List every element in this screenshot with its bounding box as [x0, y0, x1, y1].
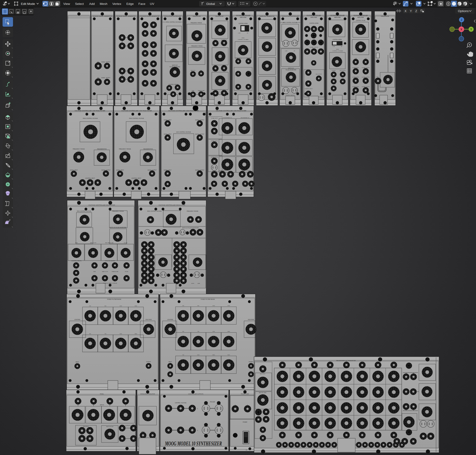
- svg-text:WIDTH OF PULSE WAVEFORM: WIDTH OF PULSE WAVEFORM: [182, 228, 199, 228]
- svg-text:LOW: LOW: [285, 50, 287, 51]
- svg-text:SIGNAL INPUT: SIGNAL INPUT: [211, 118, 218, 119]
- svg-text:700: 700: [104, 333, 106, 334]
- svg-text:NOISE: NOISE: [101, 77, 105, 78]
- svg-text:CONTROL VOLTAGE: CONTROL VOLTAGE: [238, 39, 249, 40]
- svg-text:CONTROL INPUT: CONTROL INPUT: [85, 178, 95, 179]
- svg-text:REGENERATION: REGENERATION: [143, 148, 153, 150]
- svg-text:RING: RING: [336, 49, 339, 50]
- svg-text:SINE: SINE: [93, 271, 96, 272]
- svg-text:UP: UP: [294, 50, 295, 51]
- svg-text:LOW: LOW: [333, 46, 335, 47]
- svg-text:REGENERATION: REGENERATION: [241, 117, 249, 118]
- svg-text:CONTROLLER OUTPUTS: CONTROLLER OUTPUTS: [188, 393, 203, 395]
- svg-text:INPUT: INPUT: [76, 361, 79, 363]
- svg-text:SINE: SINE: [198, 283, 200, 284]
- svg-text:Z: Z: [415, 9, 417, 13]
- svg-text:KEYB: KEYB: [191, 283, 194, 284]
- svg-text:UP: UP: [341, 46, 342, 47]
- svg-text:WIDTH OF PULSE WAVEFORM: WIDTH OF PULSE WAVEFORM: [110, 227, 126, 228]
- svg-text:Y: Y: [470, 28, 472, 31]
- svg-text:REGENERATION: REGENERATION: [97, 148, 107, 150]
- svg-text:RANDOM SIGNAL GENERATOR: RANDOM SIGNAL GENERATOR: [117, 16, 136, 17]
- svg-text:CONTROL MODE: CONTROL MODE: [309, 23, 318, 24]
- svg-text:SINE: SINE: [192, 90, 194, 91]
- svg-text:SIGNAL INPUT: SIGNAL INPUT: [352, 67, 359, 68]
- svg-text:SIGNAL INPUT: SIGNAL INPUT: [211, 157, 218, 158]
- svg-text:OSCILLATOR: OSCILLATOR: [216, 16, 223, 17]
- svg-text:PANEL: PANEL: [100, 393, 104, 395]
- svg-text:SYNC SIG OUTPUT: SYNC SIG OUTPUT: [105, 260, 115, 261]
- svg-text:SIGNAL INPUTS: SIGNAL INPUTS: [310, 47, 318, 48]
- svg-text:2: 2: [197, 430, 198, 431]
- svg-text:350: 350: [89, 333, 91, 334]
- svg-text:FREQUENCY RANGE: FREQUENCY RANGE: [191, 22, 202, 24]
- svg-text:2000: 2000: [227, 305, 230, 306]
- svg-text:TRIANGULAR: TRIANGULAR: [112, 271, 118, 272]
- svg-text:CONTROL MODE: CONTROL MODE: [239, 23, 248, 24]
- svg-text:1: 1: [197, 408, 198, 409]
- svg-text:OUT: OUT: [365, 58, 367, 59]
- svg-text:500: 500: [197, 305, 199, 306]
- svg-text:RING CONTROL VOLTAGE: RING CONTROL VOLTAGE: [83, 118, 98, 119]
- svg-text:CONTROL MODE: CONTROL MODE: [333, 39, 342, 40]
- svg-text:OUTPUT: OUTPUT: [146, 361, 151, 362]
- svg-text:RANDOM SIGNAL GENERATOR: RANDOM SIGNAL GENERATOR: [93, 16, 112, 17]
- svg-text:VOLTAGE CONTROLLED OSCILLATO: VOLTAGE CONTROLLED OSCILLATOR: [158, 204, 185, 206]
- svg-text:REGENERATION: REGENERATION: [223, 117, 232, 118]
- svg-text:Mesh: Mesh: [100, 2, 107, 6]
- svg-text:MULTIPLE: MULTIPLE: [260, 373, 265, 374]
- svg-text:FREQUENCY RANGE: FREQUENCY RANGE: [187, 211, 198, 212]
- svg-text:VOLTAGE CONTROLLED: VOLTAGE CONTROLLED: [353, 15, 368, 16]
- svg-text:RING CONTROL VOLTAGE: RING CONTROL VOLTAGE: [77, 211, 91, 212]
- svg-text:HIGH PASS: HIGH PASS: [146, 319, 152, 320]
- svg-text:Z: Z: [461, 18, 462, 22]
- svg-text:250: 250: [182, 305, 184, 306]
- svg-text:OUTPUTS: OUTPUTS: [125, 425, 131, 426]
- svg-text:ENVELOPE ATTENUATOR: ENVELOPE ATTENUATOR: [141, 393, 155, 395]
- svg-text:2800: 2800: [227, 331, 230, 332]
- svg-text:CONTROL PULSE: CONTROL PULSE: [356, 20, 365, 21]
- svg-text:POWER: POWER: [243, 422, 247, 423]
- svg-text:WHITE NOISE: WHITE NOISE: [106, 426, 113, 427]
- svg-text:1400: 1400: [212, 331, 215, 332]
- svg-text:1000: 1000: [120, 305, 122, 307]
- svg-text:MOOG MODEL 10 SYNTHESIZER: MOOG MODEL 10 SYNTHESIZER: [165, 440, 222, 447]
- svg-text:AMPLIFIER: AMPLIFIER: [240, 17, 246, 18]
- svg-text:1000: 1000: [212, 305, 215, 306]
- svg-text:ON: ON: [246, 449, 247, 451]
- svg-text:2800: 2800: [135, 333, 137, 334]
- svg-text:MASTER GAIN: MASTER GAIN: [259, 392, 266, 393]
- svg-text:VOLTAGE CONTROLLED LOW PASS: VOLTAGE CONTROLLED LOW PASS FILTER: [121, 110, 152, 111]
- svg-text:VOLTAGE CONTROLLED: VOLTAGE CONTROLLED: [236, 15, 250, 16]
- svg-text:Y: Y: [410, 9, 412, 13]
- svg-text:MULTIPLE: MULTIPLE: [83, 426, 89, 427]
- svg-text:SIGNAL INPUT: SIGNAL INPUT: [352, 86, 359, 87]
- svg-text:Vertex: Vertex: [112, 2, 121, 6]
- svg-text:CONTROL VOLTAGE: CONTROL VOLTAGE: [332, 50, 343, 51]
- svg-text:CONTROL INPUTS: CONTROL INPUTS: [285, 95, 295, 96]
- svg-text:350: 350: [182, 331, 184, 332]
- svg-text:FIXED FILTER BANK: FIXED FILTER BANK: [107, 299, 121, 300]
- svg-text:SAWTOOTH: SAWTOOTH: [102, 271, 108, 272]
- svg-text:1400: 1400: [197, 354, 200, 356]
- svg-text:X: X: [404, 9, 406, 13]
- svg-text:UP: UP: [247, 32, 248, 34]
- svg-text:OSCILLATOR: OSCILLATOR: [193, 16, 200, 17]
- svg-text:PULSE WAVEFORM: PULSE WAVEFORM: [286, 69, 296, 71]
- svg-text:2800: 2800: [212, 354, 215, 356]
- svg-text:SIG: SIG: [97, 77, 99, 78]
- svg-text:VOLTAGE CONTROLLED: VOLTAGE CONTROLLED: [330, 15, 345, 16]
- svg-text:HIGH PASS: HIGH PASS: [248, 319, 254, 320]
- svg-text:FIXED FILTER BANK: FIXED FILTER BANK: [201, 299, 215, 300]
- svg-text:SIG OUTPUT: SIG OUTPUT: [316, 73, 322, 75]
- svg-text:OSCILLATOR CONTROLLER: OSCILLATOR CONTROLLER: [164, 16, 181, 17]
- svg-text:LOW: LOW: [355, 58, 357, 59]
- svg-text:POWER: POWER: [332, 70, 335, 71]
- svg-text:RIG: RIG: [377, 76, 378, 78]
- svg-text:NOISE: NOISE: [101, 62, 105, 63]
- svg-text:INPUT: INPUT: [168, 361, 172, 362]
- svg-text:CONTROL INPUT: CONTROL INPUT: [304, 88, 313, 89]
- svg-text:REVERSIBLE ATTENUATOR: REVERSIBLE ATTENUATOR: [336, 360, 356, 361]
- svg-text:SIG OUTPUT: SIG OUTPUT: [340, 70, 346, 71]
- svg-text:WIDTH OF: WIDTH OF: [172, 65, 178, 66]
